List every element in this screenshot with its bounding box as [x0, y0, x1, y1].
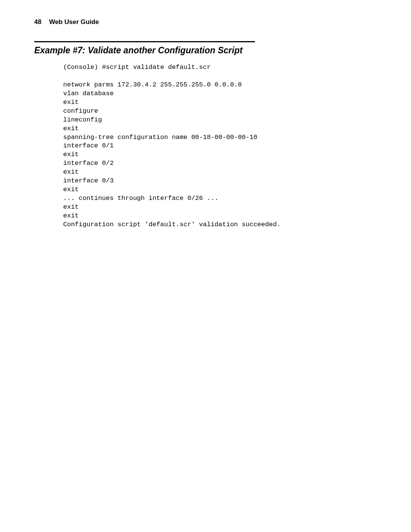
page-number: 48 — [34, 18, 41, 26]
page-header: 48Web User Guide — [34, 18, 377, 26]
section-title: Example #7: Validate another Configurati… — [34, 41, 255, 56]
code-block: (Console) #script validate default.scr n… — [63, 63, 377, 229]
guide-title: Web User Guide — [49, 18, 99, 26]
